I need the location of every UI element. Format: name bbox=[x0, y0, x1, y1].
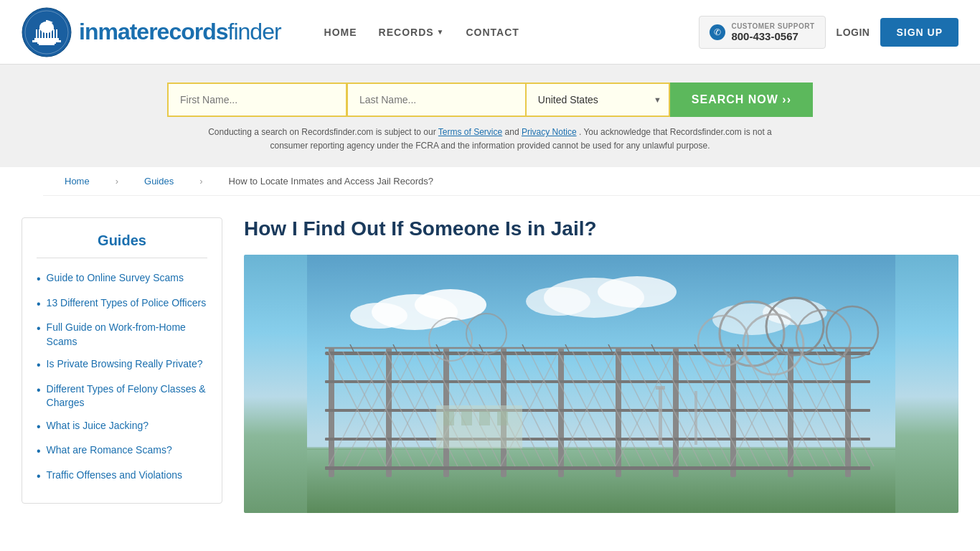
svg-rect-15 bbox=[39, 44, 55, 45]
svg-rect-5 bbox=[39, 29, 40, 38]
svg-rect-12 bbox=[34, 38, 59, 40]
svg-rect-16 bbox=[46, 20, 47, 27]
first-name-input[interactable] bbox=[167, 83, 347, 117]
svg-rect-112 bbox=[656, 386, 665, 390]
breadcrumb-sep-2: › bbox=[199, 176, 202, 187]
login-button[interactable]: LOGIN bbox=[837, 27, 870, 38]
svg-point-24 bbox=[526, 287, 590, 316]
sidebar-link-work-home-scams[interactable]: Full Guide on Work-from-Home Scams bbox=[47, 321, 207, 349]
svg-rect-115 bbox=[443, 411, 454, 425]
logo[interactable]: inmaterecordsfinder bbox=[22, 7, 281, 57]
phone-icon: ✆ bbox=[710, 24, 725, 40]
list-item: Full Guide on Work-from-Home Scams bbox=[37, 316, 207, 353]
breadcrumb-current: How to Locate Inmates and Access Jail Re… bbox=[229, 176, 433, 187]
sidebar-title: Guides bbox=[37, 232, 207, 258]
sidebar-link-police-types[interactable]: 13 Different Types of Police Officers bbox=[47, 296, 207, 311]
nav-records[interactable]: RECORDS ▼ bbox=[379, 27, 445, 38]
svg-rect-27 bbox=[307, 448, 895, 513]
breadcrumb-home[interactable]: Home bbox=[65, 176, 90, 187]
svg-point-23 bbox=[598, 276, 677, 308]
logo-inmate: inmate bbox=[79, 19, 149, 44]
svg-rect-7 bbox=[44, 29, 46, 38]
privacy-link[interactable]: Privacy Notice bbox=[522, 127, 577, 137]
country-select[interactable]: United States Alabama Alaska Arizona Ark… bbox=[527, 83, 670, 117]
search-bar: United States Alabama Alaska Arizona Ark… bbox=[167, 83, 813, 117]
svg-rect-38 bbox=[845, 348, 851, 477]
tos-link[interactable]: Terms of Service bbox=[438, 127, 502, 137]
header-right: ✆ CUSTOMER SUPPORT 800-433-0567 LOGIN SI… bbox=[699, 16, 958, 49]
guides-sidebar: Guides Guide to Online Survey Scams 13 D… bbox=[22, 217, 222, 504]
sidebar-link-traffic-offenses[interactable]: Traffic Offenses and Violations bbox=[47, 468, 182, 483]
svg-rect-6 bbox=[42, 29, 43, 38]
svg-rect-116 bbox=[461, 411, 472, 425]
breadcrumb-guides[interactable]: Guides bbox=[144, 176, 174, 187]
svg-rect-113 bbox=[694, 391, 697, 445]
list-item: Guide to Online Survey Scams bbox=[37, 267, 207, 291]
country-select-wrapper: United States Alabama Alaska Arizona Ark… bbox=[527, 83, 670, 117]
breadcrumb: Home › Guides › How to Locate Inmates an… bbox=[43, 167, 980, 196]
svg-point-21 bbox=[350, 303, 407, 329]
article: How I Find Out If Someone Is in Jail? bbox=[244, 217, 958, 513]
logo-icon bbox=[22, 7, 72, 57]
svg-rect-4 bbox=[36, 29, 37, 38]
sidebar-link-juice-jacking[interactable]: What is Juice Jacking? bbox=[47, 419, 149, 433]
svg-rect-11 bbox=[56, 29, 57, 38]
svg-rect-13 bbox=[32, 40, 61, 42]
last-name-input[interactable] bbox=[347, 83, 527, 117]
site-header: inmaterecordsfinder HOME RECORDS ▼ CONTA… bbox=[0, 0, 980, 65]
list-item: Different Types of Felony Classes & Char… bbox=[37, 378, 207, 415]
list-item: Is Private Browsing Really Private? bbox=[37, 353, 207, 377]
article-image bbox=[244, 255, 958, 513]
logo-wordmark: inmaterecordsfinder bbox=[79, 19, 281, 45]
svg-rect-9 bbox=[50, 29, 52, 38]
sidebar-link-survey-scams[interactable]: Guide to Online Survey Scams bbox=[47, 271, 184, 286]
customer-support: ✆ CUSTOMER SUPPORT 800-433-0567 bbox=[699, 16, 825, 49]
svg-rect-10 bbox=[53, 29, 55, 38]
main-nav: HOME RECORDS ▼ CONTACT bbox=[324, 27, 699, 38]
article-title: How I Find Out If Someone Is in Jail? bbox=[244, 217, 958, 240]
svg-rect-43 bbox=[325, 466, 870, 470]
svg-rect-3 bbox=[39, 27, 54, 29]
search-button[interactable]: SEARCH NOW ›› bbox=[670, 83, 813, 117]
logo-records: records bbox=[149, 19, 227, 44]
list-item: What are Romance Scams? bbox=[37, 439, 207, 463]
support-phone: 800-433-0567 bbox=[731, 30, 814, 42]
svg-point-26 bbox=[763, 299, 827, 325]
sidebar-link-romance-scams[interactable]: What are Romance Scams? bbox=[47, 443, 172, 458]
nav-records-label: RECORDS bbox=[379, 27, 434, 38]
main-content: Guides Guide to Online Survey Scams 13 D… bbox=[0, 196, 980, 534]
svg-rect-117 bbox=[479, 411, 490, 425]
prison-fence-image bbox=[244, 255, 958, 513]
signup-button[interactable]: SIGN UP bbox=[880, 18, 958, 47]
search-disclaimer: Conducting a search on Recordsfinder.com… bbox=[203, 126, 777, 153]
nav-home[interactable]: HOME bbox=[324, 27, 357, 38]
nav-contact[interactable]: CONTACT bbox=[466, 27, 519, 38]
list-item: What is Juice Jacking? bbox=[37, 415, 207, 439]
sidebar-link-private-browsing[interactable]: Is Private Browsing Really Private? bbox=[47, 357, 203, 372]
list-item: Traffic Offenses and Violations bbox=[37, 464, 207, 489]
support-text: CUSTOMER SUPPORT 800-433-0567 bbox=[731, 22, 814, 42]
search-section: United States Alabama Alaska Arizona Ark… bbox=[0, 65, 980, 167]
breadcrumb-sep-1: › bbox=[116, 176, 118, 187]
sidebar-link-felony-classes[interactable]: Different Types of Felony Classes & Char… bbox=[47, 382, 207, 410]
logo-finder: finder bbox=[228, 19, 281, 44]
records-chevron-icon: ▼ bbox=[437, 28, 445, 36]
support-label: CUSTOMER SUPPORT bbox=[731, 22, 814, 30]
svg-rect-111 bbox=[659, 387, 662, 445]
sidebar-list: Guide to Online Survey Scams 13 Differen… bbox=[37, 267, 207, 489]
svg-rect-8 bbox=[47, 29, 49, 38]
list-item: 13 Different Types of Police Officers bbox=[37, 292, 207, 316]
svg-rect-14 bbox=[37, 42, 56, 44]
svg-rect-118 bbox=[497, 411, 508, 425]
